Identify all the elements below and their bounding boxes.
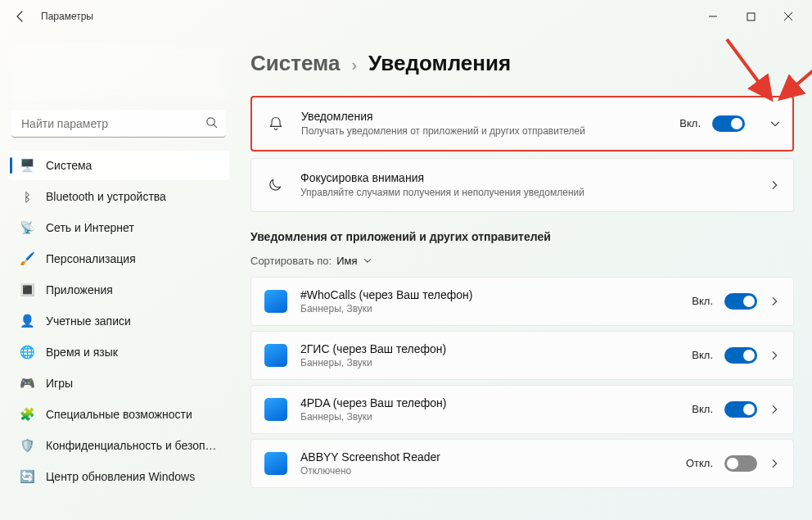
- chevron-right-icon: [769, 179, 780, 191]
- notifications-card[interactable]: Уведомления Получать уведомления от прил…: [250, 96, 758, 151]
- toggle-state-label: Вкл.: [692, 349, 713, 361]
- search-input[interactable]: [11, 110, 226, 138]
- sidebar-item-6[interactable]: 🌐Время и язык: [8, 337, 229, 367]
- notifications-row: Уведомления Получать уведомления от прил…: [250, 96, 794, 151]
- breadcrumb: Система › Уведомления: [250, 51, 794, 76]
- app-row[interactable]: #WhoCalls (через Ваш телефон)Баннеры, Зв…: [250, 277, 794, 326]
- nav-icon: 🛡️: [20, 438, 34, 453]
- sidebar-item-10[interactable]: 🔄Центр обновления Windows: [8, 462, 229, 491]
- nav-icon: 📡: [20, 220, 34, 235]
- app-title: ABBYY Screenshot Reader: [300, 450, 673, 463]
- minimize-button[interactable]: [694, 4, 732, 29]
- chevron-right-icon: [769, 404, 780, 415]
- nav-label: Bluetooth и устройства: [46, 190, 166, 203]
- sidebar-item-5[interactable]: 👤Учетные записи: [8, 306, 229, 336]
- chevron-right-icon: [769, 350, 780, 361]
- sort-value: Имя: [336, 255, 357, 267]
- toggle-state-label: Вкл.: [692, 295, 713, 307]
- chevron-right-icon: [769, 296, 780, 307]
- nav-icon: 🧩: [20, 407, 34, 422]
- sort-label: Сортировать по:: [250, 255, 332, 267]
- sort-row[interactable]: Сортировать по: Имя: [250, 255, 794, 267]
- sidebar-item-8[interactable]: 🧩Специальные возможности: [8, 400, 229, 429]
- sidebar-item-1[interactable]: ᛒBluetooth и устройства: [8, 182, 229, 211]
- app-row[interactable]: ABBYY Screenshot ReaderОтключеноОткл.: [250, 439, 794, 488]
- search-wrap: [11, 110, 226, 138]
- maximize-button[interactable]: [732, 4, 769, 29]
- nav-label: Конфиденциальность и безопасность: [46, 439, 221, 452]
- app-title: 2ГИС (через Ваш телефон): [300, 342, 679, 355]
- card-title: Уведомления: [301, 109, 665, 124]
- app-title: #WhoCalls (через Ваш телефон): [300, 288, 679, 301]
- app-subtitle: Баннеры, Звуки: [300, 357, 679, 369]
- card-title: Фокусировка внимания: [300, 170, 754, 185]
- nav-label: Специальные возможности: [46, 408, 192, 421]
- breadcrumb-sep-icon: ›: [351, 56, 357, 75]
- chevron-right-icon: [769, 458, 780, 469]
- sidebar-item-4[interactable]: 🔳Приложения: [8, 275, 229, 305]
- nav-label: Учетные записи: [46, 314, 131, 328]
- nav-icon: 🔳: [20, 283, 34, 297]
- toggle-state-label: Вкл.: [679, 117, 701, 129]
- focus-assist-card[interactable]: Фокусировка внимания Управляйте случаями…: [250, 158, 794, 212]
- nav-label: Персонализация: [46, 252, 136, 265]
- app-icon: [264, 452, 287, 475]
- app-toggle[interactable]: [724, 293, 757, 310]
- breadcrumb-parent[interactable]: Система: [250, 51, 340, 76]
- sidebar-item-3[interactable]: 🖌️Персонализация: [8, 244, 229, 274]
- app-toggle[interactable]: [724, 347, 757, 364]
- content: Система › Уведомления Уведомления Получа…: [237, 33, 812, 520]
- app-list: #WhoCalls (через Ваш телефон)Баннеры, Зв…: [250, 277, 794, 488]
- nav-icon: 🔄: [20, 469, 34, 484]
- nav-icon: 🎮: [20, 376, 34, 391]
- close-button[interactable]: [769, 4, 807, 29]
- card-subtitle: Получать уведомления от приложений и дру…: [301, 125, 665, 138]
- nav-icon: 👤: [20, 314, 34, 328]
- sidebar-item-7[interactable]: 🎮Игры: [8, 369, 229, 398]
- app-subtitle: Баннеры, Звуки: [300, 303, 679, 314]
- app-row[interactable]: 2ГИС (через Ваш телефон)Баннеры, ЗвукиВк…: [250, 331, 794, 380]
- app-subtitle: Баннеры, Звуки: [300, 411, 679, 423]
- notifications-toggle[interactable]: [712, 115, 745, 132]
- nav-label: Система: [46, 159, 92, 172]
- app-icon: [264, 290, 287, 313]
- nav-label: Игры: [46, 377, 73, 390]
- nav-icon: 🌐: [20, 345, 34, 359]
- sidebar-item-2[interactable]: 📡Сеть и Интернет: [8, 213, 229, 242]
- svg-rect-0: [747, 13, 755, 20]
- settings-window: Параметры 🖥️СистемаᛒBluetooth и устройст…: [0, 0, 812, 520]
- svg-point-1: [207, 118, 214, 125]
- window-title: Параметры: [41, 11, 93, 22]
- sidebar-item-9[interactable]: 🛡️Конфиденциальность и безопасность: [8, 431, 229, 460]
- notifications-expand-button[interactable]: [758, 96, 794, 151]
- page-title: Уведомления: [368, 51, 511, 76]
- back-button[interactable]: [8, 4, 33, 29]
- app-icon: [264, 398, 287, 421]
- app-subtitle: Отключено: [300, 465, 673, 477]
- nav-icon: 🖌️: [20, 251, 34, 266]
- nav-label: Центр обновления Windows: [46, 470, 195, 483]
- nav-icon: ᛒ: [20, 189, 34, 204]
- card-subtitle: Управляйте случаями получения и неполуче…: [300, 187, 754, 200]
- profile-block: [11, 43, 226, 102]
- sidebar: 🖥️СистемаᛒBluetooth и устройства📡Сеть и …: [0, 33, 237, 520]
- bell-icon: [265, 115, 286, 132]
- nav-label: Приложения: [46, 283, 113, 296]
- app-title: 4PDA (через Ваш телефон): [300, 396, 679, 409]
- section-title: Уведомления от приложений и других отпра…: [250, 230, 794, 243]
- sidebar-item-0[interactable]: 🖥️Система: [8, 151, 229, 180]
- nav: 🖥️СистемаᛒBluetooth и устройства📡Сеть и …: [5, 151, 232, 491]
- chevron-down-icon: [769, 118, 781, 129]
- chevron-down-icon: [363, 255, 372, 265]
- app-toggle[interactable]: [724, 455, 757, 472]
- titlebar: Параметры: [0, 0, 812, 33]
- nav-label: Время и язык: [46, 346, 118, 359]
- search-icon: [205, 116, 218, 131]
- moon-icon: [264, 177, 286, 193]
- nav-label: Сеть и Интернет: [46, 221, 134, 234]
- app-row[interactable]: 4PDA (через Ваш телефон)Баннеры, ЗвукиВк…: [250, 385, 794, 434]
- nav-icon: 🖥️: [20, 158, 34, 173]
- toggle-state-label: Откл.: [686, 457, 713, 469]
- app-icon: [264, 344, 287, 367]
- app-toggle[interactable]: [724, 401, 757, 418]
